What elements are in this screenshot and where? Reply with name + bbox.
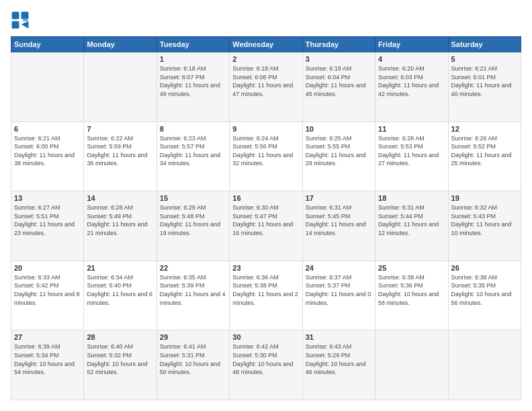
page: SundayMondayTuesdayWednesdayThursdayFrid…	[0, 0, 532, 411]
day-number: 30	[232, 333, 299, 341]
day-info: Sunrise: 6:41 AM Sunset: 5:31 PM Dayligh…	[160, 342, 226, 376]
calendar-cell: 1Sunrise: 6:18 AM Sunset: 6:07 PM Daylig…	[157, 52, 229, 122]
day-number: 8	[160, 125, 226, 133]
day-info: Sunrise: 6:22 AM Sunset: 5:59 PM Dayligh…	[87, 134, 153, 168]
calendar: SundayMondayTuesdayWednesdayThursdayFrid…	[11, 36, 521, 400]
calendar-cell: 17Sunrise: 6:31 AM Sunset: 5:45 PM Dayli…	[302, 191, 375, 261]
day-number: 23	[232, 264, 299, 272]
calendar-cell: 10Sunrise: 6:25 AM Sunset: 5:55 PM Dayli…	[302, 122, 375, 191]
day-number: 9	[232, 125, 299, 133]
calendar-cell: 25Sunrise: 6:38 AM Sunset: 5:36 PM Dayli…	[375, 261, 448, 330]
calendar-cell	[84, 52, 157, 122]
day-number: 22	[160, 264, 226, 272]
day-number: 12	[451, 125, 518, 133]
day-number: 6	[14, 125, 81, 133]
day-number: 14	[87, 194, 153, 202]
day-info: Sunrise: 6:19 AM Sunset: 6:04 PM Dayligh…	[306, 64, 372, 98]
day-number: 10	[306, 125, 372, 133]
day-info: Sunrise: 6:32 AM Sunset: 5:43 PM Dayligh…	[451, 203, 518, 237]
day-info: Sunrise: 6:28 AM Sunset: 5:49 PM Dayligh…	[87, 203, 153, 237]
calendar-cell	[11, 52, 84, 122]
calendar-week-row: 27Sunrise: 6:39 AM Sunset: 5:34 PM Dayli…	[11, 330, 521, 400]
day-number: 4	[378, 55, 445, 63]
day-info: Sunrise: 6:43 AM Sunset: 5:29 PM Dayligh…	[306, 342, 372, 376]
day-info: Sunrise: 6:38 AM Sunset: 5:36 PM Dayligh…	[378, 273, 445, 307]
calendar-cell: 22Sunrise: 6:35 AM Sunset: 5:39 PM Dayli…	[157, 261, 229, 330]
day-number: 19	[451, 194, 518, 202]
day-number: 24	[306, 264, 372, 272]
weekday-header: Saturday	[448, 37, 521, 52]
day-number: 16	[232, 194, 299, 202]
calendar-cell: 26Sunrise: 6:38 AM Sunset: 5:35 PM Dayli…	[448, 261, 521, 330]
day-number: 2	[232, 55, 299, 63]
day-info: Sunrise: 6:38 AM Sunset: 5:35 PM Dayligh…	[451, 273, 518, 307]
calendar-cell: 11Sunrise: 6:26 AM Sunset: 5:53 PM Dayli…	[375, 122, 448, 191]
calendar-cell	[448, 330, 521, 400]
calendar-cell: 12Sunrise: 6:26 AM Sunset: 5:52 PM Dayli…	[448, 122, 521, 191]
day-number: 13	[14, 194, 81, 202]
day-info: Sunrise: 6:30 AM Sunset: 5:47 PM Dayligh…	[232, 203, 299, 237]
calendar-cell: 3Sunrise: 6:19 AM Sunset: 6:04 PM Daylig…	[302, 52, 375, 122]
calendar-week-row: 20Sunrise: 6:33 AM Sunset: 5:42 PM Dayli…	[11, 261, 521, 330]
day-info: Sunrise: 6:26 AM Sunset: 5:52 PM Dayligh…	[451, 134, 518, 168]
day-number: 1	[160, 55, 226, 63]
day-number: 29	[160, 333, 226, 341]
day-info: Sunrise: 6:26 AM Sunset: 5:53 PM Dayligh…	[378, 134, 445, 168]
day-number: 25	[378, 264, 445, 272]
weekday-header: Monday	[84, 37, 157, 52]
day-number: 17	[306, 194, 372, 202]
svg-rect-1	[21, 12, 29, 19]
calendar-week-row: 1Sunrise: 6:18 AM Sunset: 6:07 PM Daylig…	[11, 52, 521, 122]
svg-rect-2	[12, 21, 19, 29]
day-info: Sunrise: 6:35 AM Sunset: 5:39 PM Dayligh…	[160, 273, 226, 307]
svg-marker-3	[21, 21, 29, 29]
header	[11, 11, 521, 30]
calendar-cell: 30Sunrise: 6:42 AM Sunset: 5:30 PM Dayli…	[230, 330, 302, 400]
day-info: Sunrise: 6:24 AM Sunset: 5:56 PM Dayligh…	[232, 134, 299, 168]
day-info: Sunrise: 6:42 AM Sunset: 5:30 PM Dayligh…	[232, 342, 299, 376]
logo-icon	[11, 11, 30, 30]
day-number: 15	[160, 194, 226, 202]
day-info: Sunrise: 6:18 AM Sunset: 6:07 PM Dayligh…	[160, 64, 226, 98]
day-number: 27	[14, 333, 81, 341]
calendar-cell: 19Sunrise: 6:32 AM Sunset: 5:43 PM Dayli…	[448, 191, 521, 261]
day-info: Sunrise: 6:36 AM Sunset: 5:38 PM Dayligh…	[232, 273, 299, 307]
day-info: Sunrise: 6:21 AM Sunset: 6:01 PM Dayligh…	[451, 64, 518, 98]
calendar-cell: 14Sunrise: 6:28 AM Sunset: 5:49 PM Dayli…	[84, 191, 157, 261]
calendar-cell: 24Sunrise: 6:37 AM Sunset: 5:37 PM Dayli…	[302, 261, 375, 330]
day-info: Sunrise: 6:29 AM Sunset: 5:48 PM Dayligh…	[160, 203, 226, 237]
calendar-cell: 29Sunrise: 6:41 AM Sunset: 5:31 PM Dayli…	[157, 330, 229, 400]
calendar-cell: 4Sunrise: 6:20 AM Sunset: 6:03 PM Daylig…	[375, 52, 448, 122]
day-number: 7	[87, 125, 153, 133]
calendar-cell: 28Sunrise: 6:40 AM Sunset: 5:32 PM Dayli…	[84, 330, 157, 400]
calendar-cell: 13Sunrise: 6:27 AM Sunset: 5:51 PM Dayli…	[11, 191, 84, 261]
day-number: 20	[14, 264, 81, 272]
calendar-cell: 15Sunrise: 6:29 AM Sunset: 5:48 PM Dayli…	[157, 191, 229, 261]
day-info: Sunrise: 6:39 AM Sunset: 5:34 PM Dayligh…	[14, 342, 81, 376]
calendar-cell: 31Sunrise: 6:43 AM Sunset: 5:29 PM Dayli…	[302, 330, 375, 400]
calendar-cell: 5Sunrise: 6:21 AM Sunset: 6:01 PM Daylig…	[448, 52, 521, 122]
day-info: Sunrise: 6:25 AM Sunset: 5:55 PM Dayligh…	[306, 134, 372, 168]
calendar-cell: 23Sunrise: 6:36 AM Sunset: 5:38 PM Dayli…	[230, 261, 302, 330]
calendar-week-row: 13Sunrise: 6:27 AM Sunset: 5:51 PM Dayli…	[11, 191, 521, 261]
day-number: 3	[306, 55, 372, 63]
day-info: Sunrise: 6:27 AM Sunset: 5:51 PM Dayligh…	[14, 203, 81, 237]
day-info: Sunrise: 6:37 AM Sunset: 5:37 PM Dayligh…	[306, 273, 372, 307]
day-info: Sunrise: 6:23 AM Sunset: 5:57 PM Dayligh…	[160, 134, 226, 168]
day-number: 18	[378, 194, 445, 202]
day-info: Sunrise: 6:31 AM Sunset: 5:44 PM Dayligh…	[378, 203, 445, 237]
calendar-cell: 18Sunrise: 6:31 AM Sunset: 5:44 PM Dayli…	[375, 191, 448, 261]
calendar-cell: 21Sunrise: 6:34 AM Sunset: 5:40 PM Dayli…	[84, 261, 157, 330]
day-info: Sunrise: 6:31 AM Sunset: 5:45 PM Dayligh…	[306, 203, 372, 237]
calendar-cell: 16Sunrise: 6:30 AM Sunset: 5:47 PM Dayli…	[230, 191, 302, 261]
day-number: 31	[306, 333, 372, 341]
day-number: 21	[87, 264, 153, 272]
calendar-cell: 9Sunrise: 6:24 AM Sunset: 5:56 PM Daylig…	[230, 122, 302, 191]
calendar-cell: 7Sunrise: 6:22 AM Sunset: 5:59 PM Daylig…	[84, 122, 157, 191]
day-info: Sunrise: 6:34 AM Sunset: 5:40 PM Dayligh…	[87, 273, 153, 307]
weekday-header: Sunday	[11, 37, 84, 52]
day-info: Sunrise: 6:21 AM Sunset: 6:00 PM Dayligh…	[14, 134, 81, 168]
calendar-cell: 20Sunrise: 6:33 AM Sunset: 5:42 PM Dayli…	[11, 261, 84, 330]
weekday-header: Wednesday	[230, 37, 302, 52]
calendar-cell: 27Sunrise: 6:39 AM Sunset: 5:34 PM Dayli…	[11, 330, 84, 400]
